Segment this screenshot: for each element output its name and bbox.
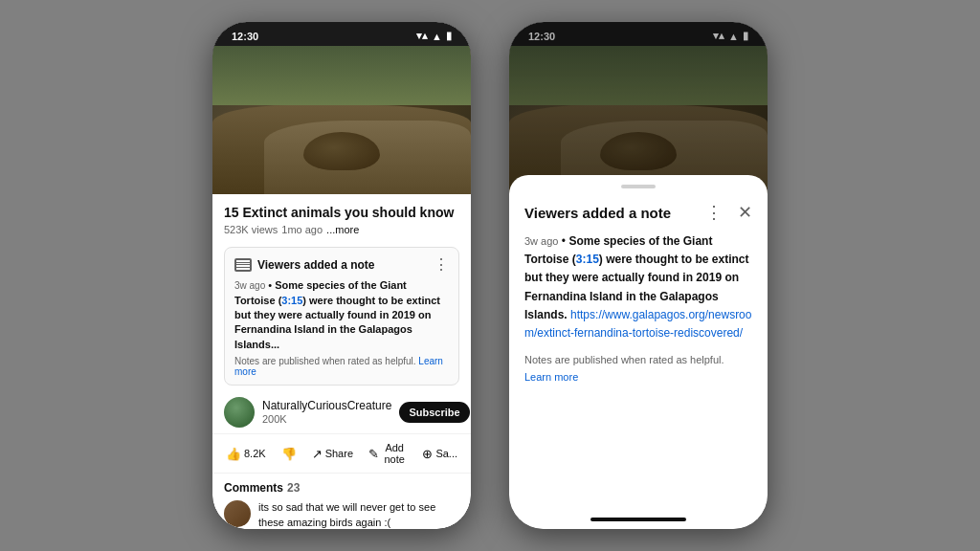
view-count: 523K views <box>224 224 278 235</box>
note-icon-line-2 <box>235 264 251 265</box>
more-link[interactable]: ...more <box>326 224 359 235</box>
sheet-close-icon[interactable]: ✕ <box>738 202 752 223</box>
note-title-label: Viewers added a note <box>257 258 375 272</box>
video-meta: 523K views 1mo ago ...more <box>224 224 459 235</box>
like-icon: 👍 <box>226 447 241 461</box>
comment-count: 23 <box>287 481 300 495</box>
wifi-icon: ▾▴ <box>416 30 428 42</box>
video-info: 15 Extinct animals you should know 523K … <box>212 194 471 241</box>
sheet-timestamp: 3w ago <box>524 235 558 247</box>
time-display-1: 12:30 <box>232 31 258 42</box>
status-bar-1: 12:30 ▾▴ ▲ ▮ <box>212 22 471 46</box>
comments-section: Comments 23 its so sad that we will neve… <box>212 474 471 529</box>
add-note-label: Add note <box>382 442 407 465</box>
note-timecode-link[interactable]: 3:15 <box>281 295 302 306</box>
sky-area <box>212 46 471 105</box>
note-menu-icon[interactable]: ⋮ <box>434 255 449 274</box>
sheet-header: Viewers added a note ⋮ ✕ <box>509 188 768 232</box>
note-icon <box>234 258 252 272</box>
comment-row: its so sad that we will never get to see… <box>224 500 459 529</box>
add-note-button[interactable]: ✎ Add note <box>363 438 412 469</box>
channel-info: NaturallyCuriousCreature 200K <box>262 399 391 426</box>
note-icon-line-1 <box>235 262 251 263</box>
dislike-button[interactable]: 👎 <box>276 443 302 465</box>
comments-header: Comments 23 <box>224 481 459 495</box>
expanded-note-sheet[interactable]: Viewers added a note ⋮ ✕ 3w ago • Some s… <box>509 175 768 529</box>
note-header-left: Viewers added a note <box>234 258 375 272</box>
save-label: Sa... <box>435 448 457 459</box>
signal-icon: ▲ <box>432 31 442 42</box>
tortoise-shell <box>303 132 380 170</box>
action-bar: 👍 8.2K 👎 ↗ Share ✎ Add note ⊕ Sa... <box>212 433 471 474</box>
note-footer: Notes are published when rated as helpfu… <box>234 356 449 377</box>
phone-1-inner: 12:30 ▾▴ ▲ ▮ 15 Extinct animals you shou… <box>212 22 471 529</box>
channel-row: NaturallyCuriousCreature 200K Subscribe <box>212 391 471 433</box>
like-button[interactable]: 👍 8.2K <box>220 443 272 465</box>
like-count: 8.2K <box>244 448 266 459</box>
sheet-body: 3w ago • Some species of the Giant Torto… <box>509 232 768 401</box>
save-button[interactable]: ⊕ Sa... <box>416 443 463 465</box>
sheet-footer-text: Notes are published when rated as helpfu… <box>524 354 724 365</box>
channel-avatar-inner <box>224 397 255 428</box>
note-card-1: Viewers added a note ⋮ 3w ago • Some spe… <box>224 247 459 386</box>
share-icon: ↗ <box>312 447 323 461</box>
comment-text: its so sad that we will never get to see… <box>258 500 459 529</box>
subscribe-button[interactable]: Subscribe <box>399 402 469 423</box>
video-title[interactable]: 15 Extinct animals you should know <box>224 204 459 221</box>
channel-avatar[interactable] <box>224 397 255 428</box>
time-ago: 1mo ago <box>281 224 323 235</box>
sheet-title: Viewers added a note <box>524 205 671 221</box>
note-card-header: Viewers added a note ⋮ <box>234 255 449 274</box>
sheet-learn-more[interactable]: Learn more <box>524 371 578 383</box>
phone-2: 12:30 ▾▴ ▲ ▮ Viewers added a note <box>509 22 768 529</box>
share-button[interactable]: ↗ Share <box>306 443 359 465</box>
content-area-1: 15 Extinct animals you should know 523K … <box>212 194 471 529</box>
comments-label: Comments <box>224 481 283 495</box>
sheet-footer: Notes are published when rated as helpfu… <box>524 352 752 386</box>
save-icon: ⊕ <box>422 447 433 461</box>
dislike-icon: 👎 <box>281 447 297 461</box>
sheet-menu-icon[interactable]: ⋮ <box>705 202 723 223</box>
sheet-timecode[interactable]: 3:15 <box>576 253 599 266</box>
note-timestamp: 3w ago <box>234 280 265 291</box>
status-icons-1: ▾▴ ▲ ▮ <box>416 30 452 42</box>
sheet-actions: ⋮ ✕ <box>705 202 752 223</box>
note-body-text: • Some species of the Giant Tortoise (3:… <box>234 279 440 350</box>
video-thumbnail-1[interactable] <box>212 46 471 194</box>
phone-2-inner: 12:30 ▾▴ ▲ ▮ Viewers added a note <box>509 22 768 529</box>
sheet-bottom-bar <box>590 518 686 521</box>
channel-name[interactable]: NaturallyCuriousCreature 200K <box>262 399 391 426</box>
sheet-content: 3w ago • Some species of the Giant Torto… <box>524 232 752 342</box>
share-label: Share <box>325 448 353 459</box>
battery-icon: ▮ <box>446 30 452 42</box>
note-body: 3w ago • Some species of the Giant Torto… <box>234 278 449 352</box>
tortoise-shape <box>303 132 380 175</box>
add-note-icon: ✎ <box>368 447 379 461</box>
learn-more-link-1[interactable]: Learn more <box>234 356 443 377</box>
channel-sub-count: 200K <box>262 413 287 425</box>
comment-avatar <box>224 500 251 527</box>
phone-1: 12:30 ▾▴ ▲ ▮ 15 Extinct animals you shou… <box>212 22 471 529</box>
note-icon-line-3 <box>235 267 251 268</box>
